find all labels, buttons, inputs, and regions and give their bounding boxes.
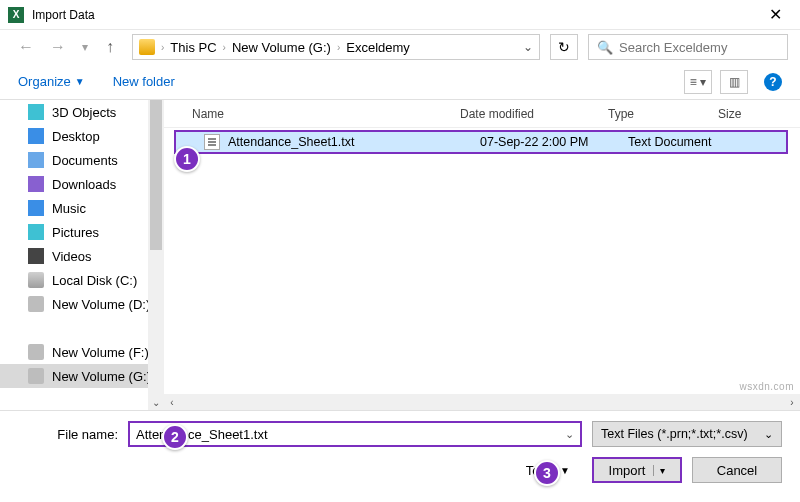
search-icon: 🔍 bbox=[597, 40, 613, 55]
file-date: 07-Sep-22 2:00 PM bbox=[480, 135, 628, 149]
sidebar-item[interactable]: Downloads bbox=[0, 172, 164, 196]
sidebar-item-label: 3D Objects bbox=[52, 105, 116, 120]
text-file-icon bbox=[204, 134, 220, 150]
column-headers: Name Date modified Type Size bbox=[164, 100, 800, 128]
watermark: wsxdn.com bbox=[739, 381, 794, 392]
window-title: Import Data bbox=[32, 8, 95, 22]
drive-icon bbox=[28, 104, 44, 120]
drive-icon bbox=[28, 152, 44, 168]
sidebar-item-label: Pictures bbox=[52, 225, 99, 240]
main-area: 3D ObjectsDesktopDocumentsDownloadsMusic… bbox=[0, 100, 800, 410]
excel-icon: X bbox=[8, 7, 24, 23]
address-dropdown[interactable]: ⌄ bbox=[523, 40, 533, 54]
bottom-bar: File name: Attendance_Sheet1.txt ⌄ Text … bbox=[0, 410, 800, 487]
drive-icon bbox=[28, 200, 44, 216]
sidebar-scrollbar[interactable]: ⌃ ⌄ bbox=[148, 100, 164, 410]
sidebar-item-label: Desktop bbox=[52, 129, 100, 144]
chevron-down-icon: ▼ bbox=[560, 465, 570, 476]
sidebar-item[interactable] bbox=[0, 316, 164, 340]
recent-dropdown[interactable]: ▾ bbox=[76, 36, 94, 58]
chevron-down-icon: ⌄ bbox=[764, 428, 773, 441]
sidebar-item[interactable]: New Volume (F:) bbox=[0, 340, 164, 364]
sidebar-item-label: Music bbox=[52, 201, 86, 216]
view-list-button[interactable]: ≡ ▾ bbox=[684, 70, 712, 94]
filename-label: File name: bbox=[18, 427, 118, 442]
titlebar: X Import Data ✕ bbox=[0, 0, 800, 30]
sidebar-item[interactable]: Pictures bbox=[0, 220, 164, 244]
drive-icon bbox=[28, 128, 44, 144]
sidebar-item-label: Downloads bbox=[52, 177, 116, 192]
file-name: Attendance_Sheet1.txt bbox=[228, 135, 480, 149]
scroll-down-icon[interactable]: ⌄ bbox=[148, 394, 164, 410]
breadcrumb-volume[interactable]: New Volume (G:) bbox=[232, 40, 331, 55]
file-list: Name Date modified Type Size Attendance_… bbox=[164, 100, 800, 410]
annotation-badge-2: 2 bbox=[162, 424, 188, 450]
chevron-right-icon: › bbox=[161, 42, 164, 53]
address-bar[interactable]: › This PC › New Volume (G:) › Exceldemy … bbox=[132, 34, 540, 60]
folder-icon bbox=[139, 39, 155, 55]
scroll-left-icon[interactable]: ‹ bbox=[164, 397, 180, 408]
sidebar-item[interactable]: New Volume (G:) bbox=[0, 364, 164, 388]
scroll-thumb[interactable] bbox=[150, 100, 162, 250]
sidebar-item[interactable]: Desktop bbox=[0, 124, 164, 148]
import-button[interactable]: Import ▾ bbox=[592, 457, 682, 483]
organize-menu[interactable]: Organize ▼ bbox=[18, 74, 85, 89]
sidebar-item-label: New Volume (G:) bbox=[52, 369, 151, 384]
sidebar-item[interactable]: Videos bbox=[0, 244, 164, 268]
sidebar-item-label: New Volume (D:) bbox=[52, 297, 150, 312]
toolbar: Organize ▼ New folder ≡ ▾ ▥ ? bbox=[0, 64, 800, 100]
chevron-right-icon: › bbox=[223, 42, 226, 53]
organize-label: Organize bbox=[18, 74, 71, 89]
refresh-button[interactable]: ↻ bbox=[550, 34, 578, 60]
cancel-button[interactable]: Cancel bbox=[692, 457, 782, 483]
filename-input[interactable]: Attendance_Sheet1.txt ⌄ bbox=[128, 421, 582, 447]
sidebar-item[interactable]: Documents bbox=[0, 148, 164, 172]
filename-dropdown-icon[interactable]: ⌄ bbox=[565, 428, 574, 441]
file-type: Text Document bbox=[628, 135, 738, 149]
nav-row: ← → ▾ ↑ › This PC › New Volume (G:) › Ex… bbox=[0, 30, 800, 64]
col-type[interactable]: Type bbox=[608, 107, 718, 121]
sidebar-item-label: Local Disk (C:) bbox=[52, 273, 137, 288]
drive-icon bbox=[28, 224, 44, 240]
chevron-right-icon: › bbox=[337, 42, 340, 53]
import-label: Import bbox=[609, 463, 646, 478]
sidebar-item-label: Documents bbox=[52, 153, 118, 168]
drive-icon bbox=[28, 368, 44, 384]
drive-icon bbox=[28, 272, 44, 288]
breadcrumb-folder[interactable]: Exceldemy bbox=[346, 40, 410, 55]
chevron-down-icon: ▼ bbox=[75, 76, 85, 87]
back-button[interactable]: ← bbox=[12, 34, 40, 60]
sidebar-item-label: New Volume (F:) bbox=[52, 345, 149, 360]
sidebar-item[interactable]: Local Disk (C:) bbox=[0, 268, 164, 292]
drive-icon bbox=[28, 248, 44, 264]
col-date[interactable]: Date modified bbox=[460, 107, 608, 121]
drive-icon bbox=[28, 344, 44, 360]
breadcrumb-pc[interactable]: This PC bbox=[170, 40, 216, 55]
search-input[interactable]: 🔍 Search Exceldemy bbox=[588, 34, 788, 60]
help-button[interactable]: ? bbox=[764, 73, 782, 91]
annotation-badge-1: 1 bbox=[174, 146, 200, 172]
close-button[interactable]: ✕ bbox=[753, 0, 798, 30]
sidebar-item[interactable]: Music bbox=[0, 196, 164, 220]
file-filter-select[interactable]: Text Files (*.prn;*.txt;*.csv) ⌄ bbox=[592, 421, 782, 447]
search-placeholder: Search Exceldemy bbox=[619, 40, 727, 55]
sidebar: 3D ObjectsDesktopDocumentsDownloadsMusic… bbox=[0, 100, 164, 410]
filename-value: Attendance_Sheet1.txt bbox=[136, 427, 268, 442]
view-preview-button[interactable]: ▥ bbox=[720, 70, 748, 94]
col-size[interactable]: Size bbox=[718, 107, 758, 121]
up-button[interactable]: ↑ bbox=[98, 34, 122, 60]
col-name[interactable]: Name bbox=[192, 107, 460, 121]
forward-button: → bbox=[44, 34, 72, 60]
drive-icon bbox=[28, 296, 44, 312]
file-row[interactable]: Attendance_Sheet1.txt 07-Sep-22 2:00 PM … bbox=[174, 130, 788, 154]
sidebar-item[interactable]: New Volume (D:) bbox=[0, 292, 164, 316]
sidebar-item[interactable]: 3D Objects bbox=[0, 100, 164, 124]
file-list-hscroll[interactable]: ‹ › bbox=[164, 394, 800, 410]
annotation-badge-3: 3 bbox=[534, 460, 560, 486]
sidebar-item-label: Videos bbox=[52, 249, 92, 264]
scroll-right-icon[interactable]: › bbox=[784, 397, 800, 408]
filter-label: Text Files (*.prn;*.txt;*.csv) bbox=[601, 427, 748, 441]
new-folder-button[interactable]: New folder bbox=[113, 74, 175, 89]
drive-icon bbox=[28, 176, 44, 192]
split-chevron-icon[interactable]: ▾ bbox=[653, 465, 665, 476]
